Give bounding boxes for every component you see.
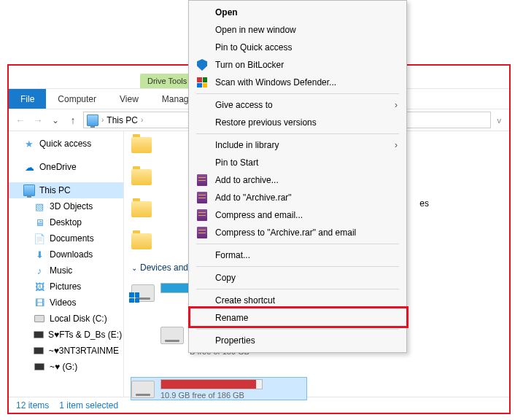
ctx-label: Add to "Archive.rar" xyxy=(215,192,292,203)
ctx-give-access[interactable]: Give access to› xyxy=(190,96,405,114)
sidebar-item-label: This PC xyxy=(39,185,71,195)
music-icon: ♪ xyxy=(34,265,45,276)
sidebar-item-drive-f[interactable]: ~♥3NT3RTAINME xyxy=(9,343,123,359)
cube-icon: ▧ xyxy=(34,201,45,212)
nav-back-button[interactable] xyxy=(13,113,28,128)
folder-icon[interactable] xyxy=(131,233,152,249)
separator xyxy=(196,266,399,267)
status-selected-count: 1 item selected xyxy=(59,400,118,411)
ctx-include-library[interactable]: Include in library› xyxy=(190,136,405,154)
sidebar-item-label: Music xyxy=(50,265,72,276)
sidebar-item-local-disk-c[interactable]: Local Disk (C:) xyxy=(9,311,123,327)
ctx-label: Open in new window xyxy=(215,25,296,35)
sidebar-item-label: Documents xyxy=(50,233,94,244)
ctx-label: Include in library xyxy=(215,140,279,150)
sidebar-item-label: OneDrive xyxy=(39,162,77,172)
ctx-label: Compress and email... xyxy=(215,210,303,220)
sidebar-item-label: Desktop xyxy=(50,217,82,228)
video-icon: 🎞 xyxy=(34,297,45,308)
ctx-label: Rename xyxy=(215,313,248,323)
ctx-label: Pin to Start xyxy=(215,158,258,168)
ctx-compress-rar-email[interactable]: Compress to "Archive.rar" and email xyxy=(190,224,405,241)
sidebar-item-3d-objects[interactable]: ▧3D Objects xyxy=(9,198,123,214)
sidebar-item-videos[interactable]: 🎞Videos xyxy=(9,295,123,311)
archive-icon xyxy=(196,192,208,203)
disk-icon xyxy=(34,329,44,341)
ctx-label: Add to archive... xyxy=(215,175,279,185)
address-refresh-dropdown[interactable]: v xyxy=(494,114,506,127)
sidebar-item-onedrive[interactable]: ☁ OneDrive xyxy=(9,159,123,175)
ctx-label: Give access to xyxy=(215,100,273,110)
sidebar-item-documents[interactable]: 📄Documents xyxy=(9,230,123,246)
cloud-icon: ☁ xyxy=(23,161,35,173)
sidebar-item-label: ~♥3NT3RTAINME xyxy=(49,346,119,356)
sidebar-item-label: Pictures xyxy=(50,281,81,292)
picture-icon: 🖼 xyxy=(34,281,45,292)
nav-up-button[interactable] xyxy=(66,113,80,128)
chevron-right-icon: › xyxy=(101,116,104,124)
disk-icon xyxy=(34,345,44,357)
ctx-rename[interactable]: Rename xyxy=(190,309,405,327)
archive-icon xyxy=(196,174,208,186)
ctx-pin-start[interactable]: Pin to Start xyxy=(190,154,405,171)
sidebar-item-desktop[interactable]: 🖥Desktop xyxy=(9,214,123,230)
chevron-down-icon: ⌄ xyxy=(131,264,137,272)
ctx-format[interactable]: Format... xyxy=(190,246,405,264)
ctx-defender[interactable]: Scan with Windows Defender... xyxy=(190,74,405,91)
sidebar-item-quick-access[interactable]: ★ Quick access xyxy=(9,136,123,152)
sidebar-item-label: Videos xyxy=(50,298,76,308)
ctx-label: Scan with Windows Defender... xyxy=(215,77,336,88)
document-icon: 📄 xyxy=(34,233,45,244)
ctx-compress-email[interactable]: Compress and email... xyxy=(190,206,405,224)
sidebar-item-label: ~♥ (G:) xyxy=(50,362,77,372)
ctx-label: Open xyxy=(215,7,238,18)
sidebar-item-downloads[interactable]: ⬇Downloads xyxy=(9,246,123,262)
contextual-tab-drive-tools[interactable]: Drive Tools xyxy=(140,74,194,88)
sidebar-item-music[interactable]: ♪Music xyxy=(9,262,123,279)
drive-icon xyxy=(131,381,155,398)
ctx-create-shortcut[interactable]: Create shortcut xyxy=(190,292,405,309)
drive-free-text: 10.9 GB free of 186 GB xyxy=(160,391,306,400)
sidebar-item-label: 3D Objects xyxy=(50,201,93,211)
ctx-properties[interactable]: Properties xyxy=(190,332,405,349)
status-item-count: 12 items xyxy=(16,400,49,411)
sidebar-item-drive-e[interactable]: S♥FTs & D_Bs (E:) xyxy=(9,327,123,343)
ctx-open-new-window[interactable]: Open in new window xyxy=(190,21,405,39)
tab-file[interactable]: File xyxy=(9,89,46,109)
ctx-copy[interactable]: Copy xyxy=(190,269,405,287)
archive-icon xyxy=(196,227,208,238)
ctx-open[interactable]: Open xyxy=(190,4,405,21)
ctx-restore-versions[interactable]: Restore previous versions xyxy=(190,114,405,131)
nav-forward-button[interactable] xyxy=(31,113,45,128)
folder-icon[interactable] xyxy=(131,137,152,153)
separator xyxy=(196,329,399,330)
sidebar-item-pictures[interactable]: 🖼Pictures xyxy=(9,279,123,295)
this-pc-icon xyxy=(87,114,98,126)
ctx-label: Properties xyxy=(215,335,255,346)
drive-icon xyxy=(160,327,184,344)
ctx-add-archive[interactable]: Add to archive... xyxy=(190,171,405,189)
drive-item-selected[interactable]: 10.9 GB free of 186 GB xyxy=(131,378,306,400)
sidebar-item-label: Local Disk (C:) xyxy=(50,314,107,324)
sidebar-item-drive-g[interactable]: ~♥ (G:) xyxy=(9,359,123,375)
ctx-label: Format... xyxy=(215,250,250,260)
folder-icon[interactable] xyxy=(131,201,152,217)
ctx-label: Copy xyxy=(215,273,236,283)
folder-icon[interactable] xyxy=(131,169,152,185)
sidebar-item-label: Downloads xyxy=(50,249,93,260)
nav-history-dropdown[interactable] xyxy=(48,113,63,128)
context-menu: Open Open in new window Pin to Quick acc… xyxy=(188,0,407,353)
navigation-pane: ★ Quick access ☁ OneDrive This PC ▧3D Ob… xyxy=(9,131,124,397)
chevron-right-icon: › xyxy=(141,116,143,124)
separator xyxy=(196,289,399,289)
sidebar-item-this-pc[interactable]: This PC xyxy=(9,182,123,198)
ctx-pin-quick-access[interactable]: Pin to Quick access xyxy=(190,39,405,56)
ctx-bitlocker[interactable]: Turn on BitLocker xyxy=(190,56,405,74)
tab-computer[interactable]: Computer xyxy=(46,89,108,109)
ctx-label: Create shortcut xyxy=(215,295,275,306)
sidebar-item-label: S♥FTs & D_Bs (E:) xyxy=(48,330,122,340)
breadcrumb-segment[interactable]: This PC xyxy=(107,115,138,125)
tab-view[interactable]: View xyxy=(108,89,150,109)
ctx-add-archive-rar[interactable]: Add to "Archive.rar" xyxy=(190,189,405,206)
archive-icon xyxy=(196,209,208,221)
